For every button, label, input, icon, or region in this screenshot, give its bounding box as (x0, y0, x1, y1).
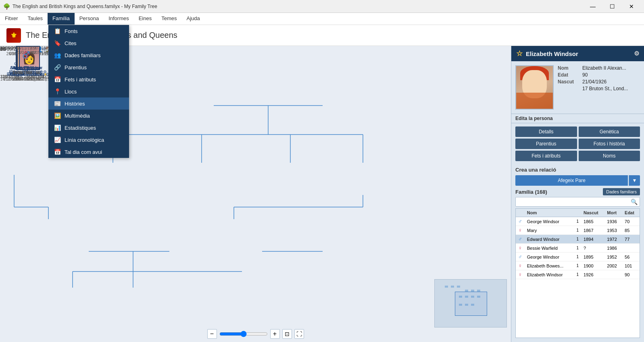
detail-name-row: Nom Elizabeth II Alexan... (558, 65, 640, 71)
multimedia-icon: 🖼️ (54, 112, 60, 119)
dropdown-cites[interactable]: 🔖 Cites (48, 37, 129, 49)
estadistiques-icon: 📊 (54, 124, 60, 131)
dropdown-fonts-label: Fonts (65, 28, 78, 34)
row-flag: 1 (574, 244, 581, 253)
menu-taules[interactable]: Taules (23, 13, 48, 25)
btn-parentius[interactable]: Parentius (515, 139, 577, 149)
title-left: 🌳 The English and British Kings and Quee… (3, 3, 157, 10)
dropdown-parentius-label: Parentius (65, 64, 87, 70)
zoom-out-button[interactable]: − (207, 329, 217, 339)
row-name: George Windsor (525, 217, 574, 226)
person-header: ☆ Elizabeth Windsor ⚙ (511, 46, 644, 61)
col-born: Nascut (581, 209, 604, 217)
family-table-row[interactable]: ♀ Elizabeth Bowes... 1 1900 2002 101 (516, 261, 640, 270)
col-died: Mort (604, 209, 622, 217)
family-table-row[interactable]: ♂ George Windsor 1 1865 1936 70 (516, 217, 640, 226)
menu-ajuda[interactable]: Ajuda (182, 13, 205, 25)
family-table-row[interactable]: ♀ Mary 1 1867 1953 85 (516, 226, 640, 235)
detail-address-row: 17 Bruton St., Lond... (558, 86, 640, 91)
dropdown-linia[interactable]: 📈 Línia cronològica (48, 134, 129, 146)
row-age: 70 (622, 217, 640, 226)
zoom-controls: − + ⊡ ⛶ (207, 329, 304, 339)
add-parent-button[interactable]: Afegeix Pare (515, 175, 628, 186)
parentius-icon: 🔗 (54, 64, 60, 70)
gen4-rightmost-date: 19/06/19 (0, 46, 16, 50)
menu-eines[interactable]: Eines (134, 13, 157, 25)
andrew-dates: 19/02/1960 | 56 (0, 70, 52, 75)
maximize-button[interactable]: ☐ (603, 0, 621, 13)
family-table-row[interactable]: ♀ Elizabeth Windsor 1 1926 90 (516, 270, 640, 279)
row-died: 2002 (604, 261, 622, 270)
family-table-container[interactable]: Nom Nascut Mort Edat ♂ George Windsor 1 … (515, 208, 640, 338)
family-table-row[interactable]: ♂ George Windsor 1 1895 1952 56 (516, 253, 640, 261)
minimap[interactable] (434, 279, 507, 327)
relation-section: Crea una relació Afegeix Pare ▼ (511, 164, 644, 188)
detail-address-label (558, 86, 580, 91)
dropdown-tal-dia[interactable]: 📅 Tal dia com avui (48, 146, 129, 158)
row-age: 90 (622, 270, 640, 279)
row-name: Mary (525, 226, 574, 235)
person-gear-icon[interactable]: ⚙ (634, 50, 639, 57)
add-parent-dropdown-button[interactable]: ▼ (629, 175, 640, 186)
relation-label: Crea una relació (515, 167, 640, 173)
detail-age-value: 90 (582, 72, 588, 78)
col-name: Nom (525, 209, 574, 217)
zoom-slider[interactable] (219, 331, 268, 337)
family-table: Nom Nascut Mort Edat ♂ George Windsor 1 … (516, 209, 640, 279)
btn-detalls[interactable]: Detalls (515, 126, 577, 137)
svg-rect-33 (471, 296, 474, 298)
row-born: 1895 (581, 253, 604, 261)
row-born: 1900 (581, 261, 604, 270)
dropdown-histories[interactable]: 📰 Històries (48, 97, 129, 110)
dropdown-parentius[interactable]: 🔗 Parentius (48, 61, 129, 73)
dropdown-llocs[interactable]: 📍 Llocs (48, 85, 129, 97)
menu-fitxer[interactable]: Fitxer (0, 13, 23, 25)
fullscreen-button[interactable]: ⛶ (294, 329, 304, 339)
svg-rect-25 (445, 286, 448, 288)
menu-temes[interactable]: Temes (156, 13, 181, 25)
family-table-row[interactable]: ♀ Bessie Warfield 1 ? 1986 (516, 244, 640, 253)
row-flag: 1 (574, 235, 581, 244)
dropdown-estadistiques[interactable]: 📊 Estadístiques (48, 122, 129, 134)
svg-rect-37 (471, 304, 474, 306)
linia-icon: 📈 (54, 137, 60, 143)
close-button[interactable]: ✕ (622, 0, 641, 13)
row-flag: 1 (574, 253, 581, 261)
svg-rect-29 (471, 290, 474, 292)
svg-rect-31 (459, 296, 462, 298)
dropdown-histories-label: Històries (65, 101, 85, 107)
btn-fets[interactable]: Fets i atributs (515, 151, 577, 161)
minimize-button[interactable]: — (584, 0, 602, 13)
row-name: Edward Windsor (525, 235, 574, 244)
row-age: 85 (622, 226, 640, 235)
btn-genetica[interactable]: Genètica (579, 126, 640, 137)
dropdown-fets[interactable]: 📅 Fets i atributs (48, 73, 129, 85)
row-gender-icon: ♀ (516, 270, 525, 279)
dropdown-fets-label: Fets i atributs (65, 77, 96, 83)
dropdown-fonts[interactable]: 📋 Fonts (48, 25, 129, 37)
dropdown-dades-familiars[interactable]: 👥 Dades familiars (48, 49, 129, 61)
row-died: 1972 (604, 235, 622, 244)
family-table-row[interactable]: ♂ Edward Windsor 1 1894 1972 77 (516, 235, 640, 244)
row-died: 1953 (604, 226, 622, 235)
menu-familia[interactable]: Família (48, 13, 75, 25)
menu-persona[interactable]: Persona (75, 13, 104, 25)
menu-informes[interactable]: Informes (104, 13, 134, 25)
btn-fotos[interactable]: Fotos i història (579, 139, 640, 149)
svg-rect-32 (465, 296, 468, 298)
family-search-container: 🔍 (515, 197, 640, 208)
detail-name-value: Elizabeth II Alexan... (582, 65, 626, 71)
svg-rect-26 (451, 286, 454, 288)
fit-view-button[interactable]: ⊡ (282, 329, 292, 339)
zoom-in-button[interactable]: + (270, 329, 280, 339)
family-search-input[interactable] (515, 197, 640, 207)
btn-noms[interactable]: Noms (579, 151, 640, 161)
row-gender-icon: ♀ (516, 261, 525, 270)
row-born: 1865 (581, 217, 604, 226)
row-died (604, 270, 622, 279)
person-details: Nom Elizabeth II Alexan... Edat 90 Nascu… (558, 65, 640, 110)
dropdown-multimedia[interactable]: 🖼️ Multimèdia (48, 110, 129, 122)
detail-age-row: Edat 90 (558, 72, 640, 78)
family-data-button[interactable]: Dades familiars (603, 188, 640, 195)
row-age: 101 (622, 261, 640, 270)
